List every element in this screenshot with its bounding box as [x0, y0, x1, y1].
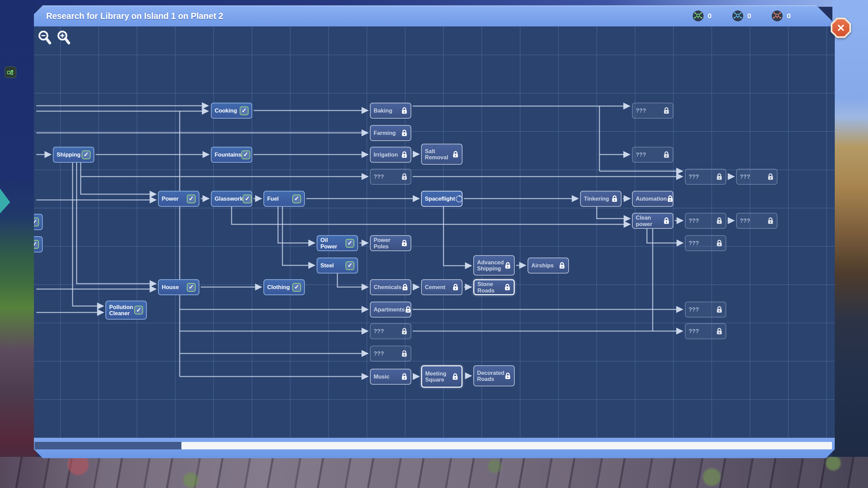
tech-node-oil-power[interactable]: Oil Power✓	[317, 235, 358, 251]
tech-node-unknown-d1[interactable]: ???	[685, 169, 726, 185]
tech-node-music[interactable]: Music	[370, 369, 411, 385]
tech-node-shipping[interactable]: Shipping✓	[53, 147, 94, 163]
tech-node-farming[interactable]: Farming	[370, 125, 411, 141]
node-label: Clean power	[636, 215, 663, 227]
tech-node-clothing[interactable]: Clothing✓	[263, 279, 305, 295]
node-label: Advanced Shipping	[477, 259, 504, 272]
tech-node-cooking[interactable]: Cooking✓	[211, 103, 252, 119]
magnifier-minus-icon	[37, 30, 52, 46]
zoom-in-button[interactable]	[56, 30, 71, 46]
tech-tree-connector	[81, 162, 156, 194]
tech-node-unknown-d0[interactable]: ???	[370, 169, 411, 185]
tech-node-irrigation[interactable]: Irrigation	[370, 147, 411, 163]
tech-node-advanced-shipping[interactable]: Advanced Shipping	[473, 255, 515, 276]
tech-node-house[interactable]: House✓	[158, 279, 199, 295]
tech-node-unknown-k1[interactable]: ???	[685, 323, 726, 339]
horizontal-scrollbar[interactable]	[35, 442, 832, 449]
tech-node-fountains[interactable]: Fountains✓	[211, 147, 252, 163]
node-label: ???	[689, 174, 699, 180]
node-label: ???	[636, 107, 646, 114]
tech-node-steel[interactable]: Steel✓	[317, 258, 358, 273]
node-label: House	[162, 284, 179, 290]
scrollbar-area	[34, 438, 835, 458]
tech-node-edge-stub-1[interactable]: ✓	[34, 214, 43, 230]
research-tree-canvas[interactable]: Cooking✓Baking???FarmingShipping✓Fountai…	[34, 26, 835, 438]
lock-icon	[559, 262, 565, 269]
counter-green-research: 0	[692, 10, 712, 22]
close-button[interactable]: ✕	[831, 18, 851, 38]
node-label: Glasswork	[215, 196, 243, 202]
node-label: Fountains	[215, 151, 241, 158]
node-label: Farming	[374, 130, 396, 136]
completed-check-icon: ✓	[241, 150, 250, 159]
completed-check-icon: ✓	[292, 283, 301, 292]
tech-node-stone-roads[interactable]: Stone Roads	[473, 279, 515, 295]
lock-icon	[716, 306, 723, 313]
completed-check-icon: ✓	[187, 195, 196, 203]
counter-value: 0	[787, 12, 791, 20]
tech-node-spaceflight[interactable]: Spaceflight	[421, 191, 462, 207]
lock-icon	[401, 240, 408, 247]
lock-icon	[716, 173, 723, 180]
tech-node-automation[interactable]: Automation	[632, 191, 673, 207]
tech-node-unknown-f1[interactable]: ???	[685, 213, 726, 229]
tech-node-unknown-f2[interactable]: ???	[736, 213, 777, 229]
research-window: Cooking✓Baking???FarmingShipping✓Fountai…	[34, 5, 835, 458]
game-background-stone-path	[0, 457, 868, 488]
lock-icon	[767, 173, 774, 180]
tech-node-edge-stub-2[interactable]: ✓	[34, 236, 43, 252]
node-label: Airships	[531, 262, 554, 268]
lock-icon	[401, 129, 408, 137]
tech-node-pollution-cleaner[interactable]: Pollution Cleaner✓	[105, 301, 147, 320]
node-label: Apartments	[374, 306, 405, 312]
node-label: ???	[374, 174, 384, 180]
tech-node-unknown-j1[interactable]: ???	[685, 302, 726, 318]
tech-node-apartments[interactable]: Apartments	[370, 302, 411, 318]
tech-node-unknown-g1[interactable]: ???	[685, 235, 726, 251]
research-network-bulb-icon	[692, 10, 704, 22]
tech-node-glasswork[interactable]: Glasswork✓	[211, 191, 252, 207]
tech-node-unknown-c1[interactable]: ???	[632, 147, 673, 163]
tech-node-power-poles[interactable]: Power Poles	[370, 235, 411, 251]
tech-node-unknown-l0[interactable]: ???	[370, 346, 411, 362]
node-label: Salt Removal	[425, 148, 448, 161]
tech-tree-connector	[337, 273, 368, 287]
lock-icon	[401, 107, 408, 114]
tech-node-chemicals[interactable]: Chemicals	[370, 279, 411, 295]
tech-node-unknown-d2[interactable]: ???	[736, 169, 777, 185]
scrollbar-thumb[interactable]	[181, 442, 832, 449]
lock-icon	[401, 373, 408, 380]
tech-node-salt-removal[interactable]: Salt Removal	[421, 144, 462, 165]
completed-check-icon: ✓	[187, 283, 196, 292]
tech-node-decorated-roads[interactable]: Decorated Roads	[473, 365, 515, 386]
tech-node-tinkering[interactable]: Tinkering	[580, 191, 622, 207]
game-background-right-cliffs	[832, 0, 868, 488]
tech-node-baking[interactable]: Baking	[370, 103, 411, 119]
node-label: Chemicals	[374, 284, 402, 290]
lock-icon	[401, 173, 408, 180]
tech-node-fuel[interactable]: Fuel✓	[263, 191, 305, 207]
lock-icon	[663, 151, 670, 158]
lock-icon	[402, 284, 408, 291]
lock-icon	[401, 328, 408, 335]
tech-node-cement[interactable]: Cement	[421, 279, 462, 295]
world-overlay-icon[interactable]	[5, 66, 16, 78]
completed-check-icon: ✓	[34, 218, 39, 226]
tech-node-airships[interactable]: Airships	[528, 258, 569, 273]
tech-node-unknown-k0[interactable]: ???	[370, 323, 411, 339]
tech-node-meeting-square[interactable]: Meeting Square	[421, 365, 462, 388]
node-label: Power	[162, 196, 179, 202]
lock-icon	[405, 306, 411, 313]
node-label: Decorated Roads	[477, 370, 505, 382]
tech-node-power[interactable]: Power✓	[158, 191, 199, 207]
node-label: Power Poles	[374, 237, 401, 249]
completed-check-icon: ✓	[240, 106, 249, 115]
counter-value: 0	[747, 12, 751, 20]
tech-node-clean-power[interactable]: Clean power	[632, 213, 673, 229]
node-label: ???	[636, 151, 646, 158]
lock-icon	[452, 284, 459, 291]
tech-node-unknown-a1[interactable]: ???	[632, 103, 673, 119]
node-label: Shipping	[57, 151, 81, 158]
lock-icon	[452, 151, 459, 158]
zoom-out-button[interactable]	[37, 30, 52, 46]
